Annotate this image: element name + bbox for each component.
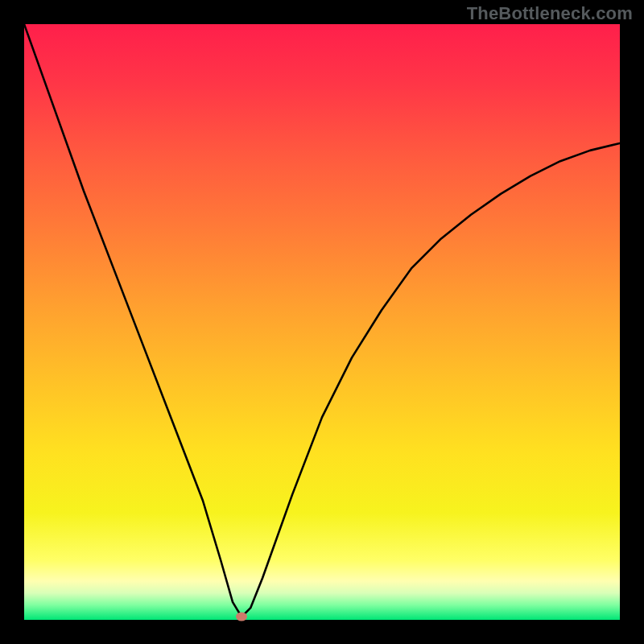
gradient-rect	[24, 24, 620, 620]
chart-frame: TheBottleneck.com	[0, 0, 644, 644]
gradient-background	[24, 24, 620, 620]
watermark-text: TheBottleneck.com	[467, 3, 633, 24]
minimum-marker	[236, 613, 247, 621]
